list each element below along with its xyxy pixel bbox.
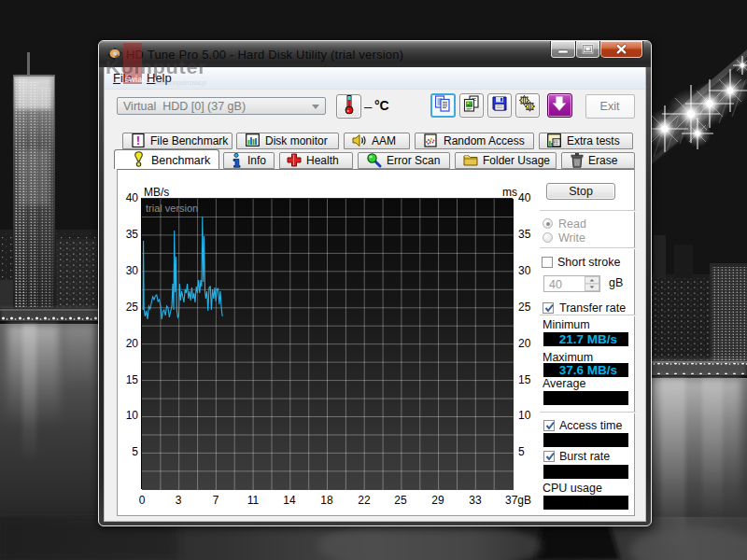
svg-text:!: ! [136, 133, 140, 147]
